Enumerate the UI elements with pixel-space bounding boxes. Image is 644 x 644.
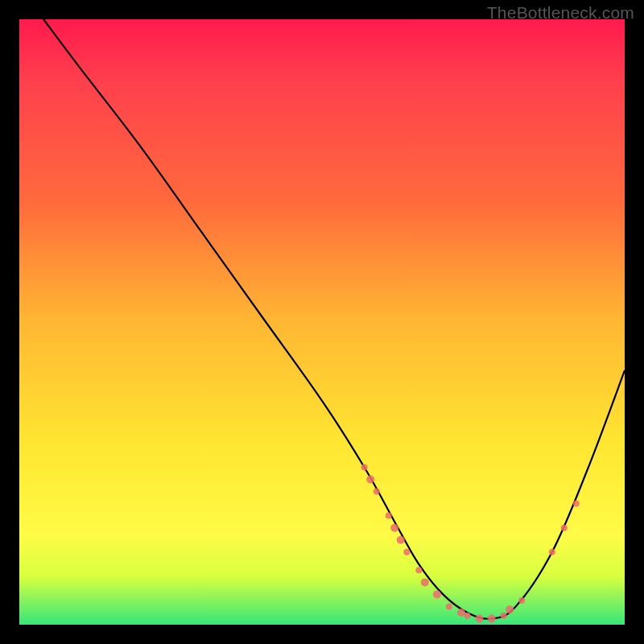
curve-svg: [19, 19, 625, 625]
curve-marker: [397, 536, 405, 544]
curve-marker: [573, 501, 580, 507]
curve-marker: [476, 615, 484, 623]
curve-marker: [361, 464, 368, 471]
curve-marker: [518, 597, 525, 604]
curve-marker: [561, 525, 568, 531]
curve-marker: [446, 603, 452, 609]
curve-marker: [464, 613, 471, 619]
curve-marker: [488, 615, 496, 623]
curve-marker: [403, 549, 410, 555]
curve-marker: [390, 524, 398, 532]
curve-marker: [415, 567, 422, 573]
chart-frame: TheBottleneck.com: [0, 0, 644, 644]
curve-marker: [421, 578, 429, 586]
curve-marker: [374, 489, 380, 495]
curve-marker: [457, 609, 465, 617]
plot-area: [19, 19, 625, 625]
curve-marker: [433, 590, 441, 598]
curve-marker: [366, 476, 374, 484]
curve-marker: [501, 613, 507, 619]
curve-marker: [549, 549, 555, 555]
curve-markers: [361, 464, 580, 623]
curve-marker: [386, 513, 392, 519]
bottleneck-curve: [43, 19, 625, 619]
curve-marker: [506, 605, 514, 613]
